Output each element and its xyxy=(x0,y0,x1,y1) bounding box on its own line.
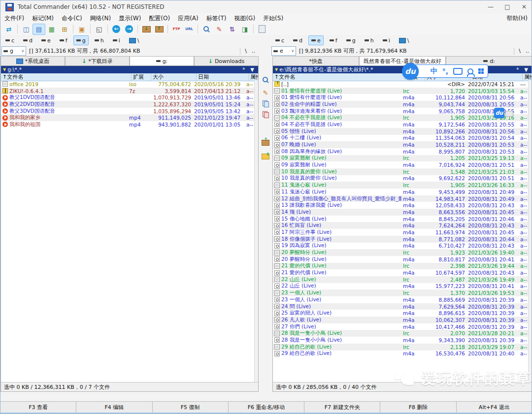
file-row[interactable]: 22 山丘 (Live)lrc2,4872021/03/26 19:49a-- xyxy=(273,276,529,283)
file-row[interactable]: [..]<DIR>2022/07/24 15:21--- xyxy=(273,81,529,88)
file-row[interactable]: 11 鬼迷心竅 (Live)m4a9,453,4992020/08/31 20:… xyxy=(273,189,529,195)
file-row[interactable]: 28 我是一隻小小鳥 (Live)lrc2,0702021/03/28 20:2… xyxy=(273,330,529,337)
menu-item[interactable]: 配置(O) xyxy=(145,14,174,23)
file-row[interactable]: 27 你們 (Live)m4a10,417,4662020/08/31 20:3… xyxy=(273,323,529,330)
folder-tab[interactable]: *快盘 xyxy=(272,56,359,65)
file-row[interactable]: 教父1DVD国语配音1,070,913,7292019/05/01 13:46a… xyxy=(1,94,255,101)
forward-icon[interactable]: → xyxy=(123,24,135,35)
user-icon[interactable] xyxy=(467,68,473,74)
folder-tab[interactable]: *系统桌面 xyxy=(0,56,65,65)
fkey-button[interactable]: F6 重命名/移动 xyxy=(229,402,304,413)
pack-files-icon[interactable]: ↓ xyxy=(140,24,153,35)
file-row[interactable]: 28 我是一隻小小鳥 (Live)m4a9,343,3902020/08/31 … xyxy=(273,337,529,344)
reread-source-icon[interactable]: ⇄ xyxy=(2,24,15,35)
drive-combo-left[interactable]: g ∨ xyxy=(1,46,26,56)
file-row[interactable]: 15 傷心地鐵 (Live)m4a8,845,2052020/08/31 20:… xyxy=(273,216,529,223)
folder-tab[interactable]: g: xyxy=(130,56,194,65)
file-row[interactable]: 05 領悟 (Live)m4a10,892,2662020/08/31 20:5… xyxy=(273,128,529,135)
multi-rename-icon[interactable]: ✎ xyxy=(213,24,226,35)
edit-button[interactable]: ✎ xyxy=(261,88,270,97)
drive-button-c[interactable]: c xyxy=(272,35,287,45)
drive-button-h[interactable]: h xyxy=(362,35,377,45)
fkey-button[interactable]: F5 復制 xyxy=(153,402,229,413)
folder-tab[interactable]: ↓Downloads xyxy=(194,56,259,65)
file-row[interactable]: 21 愛的代價 (Live)lrc2,3982021/03/26 19:44a-… xyxy=(273,263,529,270)
du-icon[interactable]: du xyxy=(494,108,504,118)
folder-tab[interactable]: ↓*下载目录 xyxy=(65,56,130,65)
sync-dirs-icon[interactable]: ⇅ xyxy=(226,24,238,35)
brief-view-icon[interactable]: ◫ xyxy=(20,24,33,35)
file-row[interactable]: 我和我的祖国mp4943,901,8822020/01/01 13:05a-- xyxy=(1,121,255,128)
network-drive-button[interactable]: \ xyxy=(126,35,142,45)
file-row[interactable]: 教父2DVD国语配音1,222,637,3202019/05/01 15:24a… xyxy=(1,101,255,108)
copy-button[interactable] xyxy=(261,99,270,108)
pack-button[interactable] xyxy=(261,138,270,147)
back-icon[interactable]: ← xyxy=(110,24,123,35)
path-dropdown-icon[interactable]: ▼ xyxy=(3,67,6,72)
path-dropdown-icon[interactable]: ▼ xyxy=(275,67,278,72)
header-size[interactable]: 大小 xyxy=(151,73,196,81)
file-row[interactable]: 04 不必在乎我是誰 (Live)m4a9,172,5462020/08/31 … xyxy=(273,121,529,128)
header-name[interactable]: ↑文件名 xyxy=(1,73,131,81)
fkey-button[interactable]: F4 编辑 xyxy=(76,402,152,413)
drive-combo-right[interactable]: e ∨ xyxy=(271,46,296,56)
drive-button-c[interactable]: c xyxy=(2,35,17,45)
parent-dir-button[interactable]: .. xyxy=(249,48,258,54)
header-name[interactable]: ↑文件名 xyxy=(273,73,405,81)
file-row[interactable]: 19 因為寂寞 (Live)m4a6,710,4272020/08/31 20:… xyxy=(273,243,529,250)
root-dir-button[interactable]: \ xyxy=(516,48,523,54)
parent-dir-button[interactable]: .. xyxy=(523,48,532,54)
drive-button-e[interactable]: e xyxy=(308,35,324,45)
file-row[interactable]: 21 愛的代價 (Live)m4a10,674,5972020/08/31 20… xyxy=(273,269,529,276)
full-view-icon[interactable]: ▤ xyxy=(33,24,45,35)
fkey-button[interactable]: Alt+F4 退出 xyxy=(457,402,532,413)
ftp-connect-icon[interactable]: FTP xyxy=(170,24,183,35)
file-row[interactable]: 26 凡人歌 (Live)m4a10,062,3072020/08/31 20:… xyxy=(273,317,529,323)
drive-button-e[interactable]: e xyxy=(38,35,54,45)
new-folder-button[interactable] xyxy=(261,152,270,161)
file-row[interactable]: 24 問 (Live)m4a7,629,5642020/08/31 20:39a… xyxy=(273,303,529,310)
file-row[interactable]: 04 不必在乎我是誰 (Live)lrc1,9052021/03/25 19:1… xyxy=(273,114,529,121)
file-row[interactable]: 06 十二樓 (Live)m4a11,354,0632020/08/31 20:… xyxy=(273,135,529,142)
move-button[interactable] xyxy=(261,110,270,119)
fkey-button[interactable]: F8 删除 xyxy=(380,402,456,413)
ftp-url-icon[interactable]: URL xyxy=(183,24,196,35)
fkey-button[interactable]: F3 查看 xyxy=(0,402,76,413)
file-row[interactable]: 20 夢醒時分 (Live)lrc1,9232021/03/26 19:40a-… xyxy=(273,249,529,256)
header-ext[interactable]: 扩展 xyxy=(131,73,151,81)
header-date[interactable]: 日期 xyxy=(196,73,248,81)
drive-button-d[interactable]: d xyxy=(290,35,305,45)
file-row[interactable]: 01 愛情有什麼道理 (Live)m4a10,112,8642020/08/31… xyxy=(273,94,529,101)
file-row[interactable]: 10 我是真的愛你 (Live)lrc1,5482021/03/25 21:03… xyxy=(273,168,529,175)
network-drive-button[interactable]: \ xyxy=(396,35,412,45)
file-row[interactable]: 08 因為單身的緣故 (Live)m4a8,995,8072020/08/31 … xyxy=(273,148,529,155)
file-row[interactable]: 09 寂寞難耐 (Live)lrc1,2052021/03/25 19:13a-… xyxy=(273,155,529,162)
path-bar-tools[interactable]: * ▼ xyxy=(516,67,530,72)
mini-keyboard-icon[interactable] xyxy=(505,111,513,117)
file-row[interactable]: 16 忙與盲 (Live)m4a7,624,2642020/08/31 20:4… xyxy=(273,222,529,229)
toolbox-grid-icon[interactable] xyxy=(478,68,484,74)
file-row[interactable]: 02 生命中的精靈 (Live)m4a9,043,7442020/08/31 2… xyxy=(273,101,529,108)
file-row[interactable]: ZIKU!-0.6.4.17z3,599,8142017/04/13 21:12… xyxy=(1,88,255,95)
file-row[interactable]: 18 你像個孩子 (Live)m4a8,771,0822020/08/31 20… xyxy=(273,236,529,243)
drive-button-g[interactable]: g xyxy=(73,35,89,45)
file-row[interactable]: 12 組曲_別怕我傷心_聽見有人叫你寶貝_愛情少尉_愛如潮m4a14,983,4… xyxy=(273,195,529,202)
thumbnails-view-icon[interactable]: ▦ xyxy=(45,24,58,35)
file-row[interactable]: 22 山丘 (Live)m4a15,977,2232020/08/31 20:4… xyxy=(273,283,529,290)
unpack-files-icon[interactable]: ↑ xyxy=(153,24,166,35)
path-bar-tools[interactable]: * ▼ xyxy=(242,67,256,72)
menu-item-help[interactable]: 帮助(H) xyxy=(502,14,532,23)
view-button[interactable] xyxy=(261,75,270,84)
root-dir-button[interactable]: \ xyxy=(242,48,249,54)
file-row[interactable]: 25 寂寞的戀人 (Live)m4a8,896,6152020/08/31 20… xyxy=(273,310,529,317)
file-row[interactable]: 03 飄洋過海來看你 (Live)m4a9,065,7582020/08/31 … xyxy=(273,108,529,115)
baidu-ime-badge[interactable]: du xyxy=(494,108,513,118)
search-icon[interactable] xyxy=(200,24,213,35)
notepad-icon[interactable] xyxy=(256,24,268,35)
menu-item[interactable]: 文件(F) xyxy=(0,14,28,23)
file-row[interactable]: 10 我是真的愛你 (Live)m4a9,692,6222020/08/31 2… xyxy=(273,175,529,182)
fkey-button[interactable]: F7 新建文件夹 xyxy=(304,402,380,413)
header-attr[interactable]: 属性 xyxy=(248,73,258,81)
swap-panels-icon[interactable]: ◱ xyxy=(93,24,105,35)
close-button[interactable]: ✕ xyxy=(516,1,532,13)
